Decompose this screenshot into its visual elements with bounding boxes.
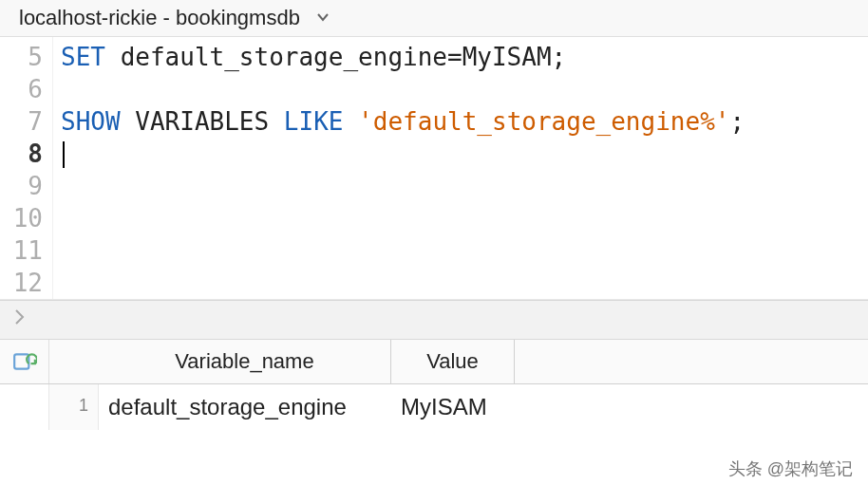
code-line[interactable]: SHOW VARIABLES LIKE 'default_storage_eng… <box>61 105 868 138</box>
code-line[interactable] <box>61 267 868 299</box>
code-line[interactable] <box>61 138 868 170</box>
line-gutter: 56789101112 <box>0 37 53 299</box>
column-header-variable-name[interactable]: Variable_name <box>99 340 391 383</box>
toolbar: localhost-rickie - bookingmsdb <box>0 0 868 37</box>
column-header-value[interactable]: Value <box>391 340 515 383</box>
line-number: 8 <box>0 138 43 170</box>
code-line[interactable] <box>61 202 868 234</box>
code-editor[interactable]: 56789101112 SET default_storage_engine=M… <box>0 37 868 299</box>
chevron-right-icon <box>13 307 27 332</box>
results-header: Variable_name Value <box>0 340 868 384</box>
breadcrumb-bar[interactable] <box>0 300 868 340</box>
row-number: 1 <box>49 384 99 430</box>
cell-value[interactable]: MyISAM <box>391 384 515 430</box>
line-number: 9 <box>0 170 43 202</box>
code-content[interactable]: SET default_storage_engine=MyISAM;SHOW V… <box>53 37 868 299</box>
results-panel: Variable_name Value 1 default_storage_en… <box>0 340 868 430</box>
cursor <box>63 141 65 168</box>
datasource-selector[interactable]: localhost-rickie - bookingmsdb <box>19 6 300 30</box>
code-line[interactable] <box>61 234 868 267</box>
code-line[interactable]: SET default_storage_engine=MyISAM; <box>61 41 868 73</box>
code-line[interactable] <box>61 170 868 202</box>
refresh-rows-icon[interactable] <box>0 340 49 383</box>
watermark: 头条 @架构笔记 <box>728 457 853 480</box>
cell-variable-name[interactable]: default_storage_engine <box>99 384 391 430</box>
code-line[interactable] <box>61 73 868 105</box>
line-number: 7 <box>0 105 43 138</box>
chevron-down-icon[interactable] <box>315 6 330 30</box>
table-row[interactable]: 1 default_storage_engine MyISAM <box>0 384 868 430</box>
line-number: 6 <box>0 73 43 105</box>
row-tool-spacer <box>0 384 49 430</box>
line-number: 5 <box>0 41 43 73</box>
line-number: 11 <box>0 234 43 267</box>
line-number: 12 <box>0 267 43 299</box>
line-number: 10 <box>0 202 43 234</box>
row-number-header <box>49 340 99 383</box>
